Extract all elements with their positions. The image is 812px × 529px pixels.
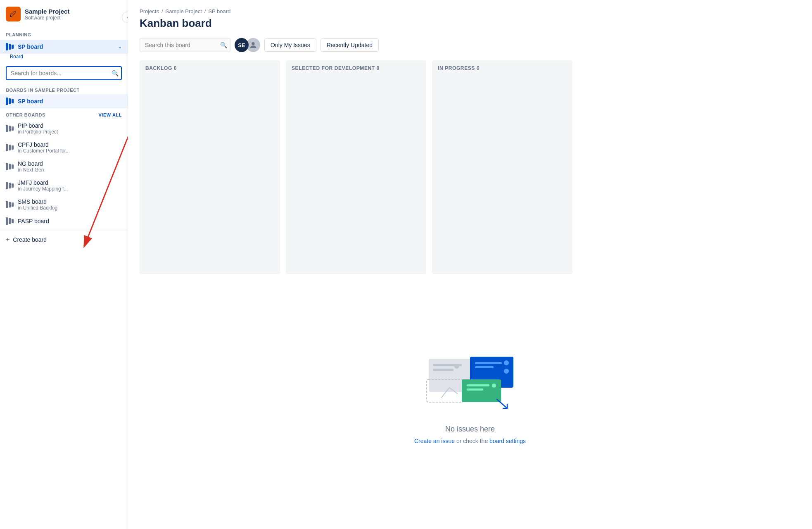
sms-board-item[interactable]: SMS board in Unified Backlog bbox=[0, 195, 128, 214]
svg-rect-13 bbox=[462, 379, 501, 402]
sidebar-header: 🖊 Sample Project Software project bbox=[0, 0, 128, 28]
backlog-column: BACKLOG 0 bbox=[140, 60, 280, 274]
search-boards-container: 🔍 bbox=[0, 63, 128, 83]
jmfj-board-icon bbox=[6, 182, 14, 189]
search-boards-wrapper: 🔍 bbox=[6, 66, 122, 80]
sp-board-item[interactable]: SP board bbox=[0, 94, 128, 108]
ng-board-icon bbox=[6, 163, 14, 170]
svg-rect-14 bbox=[467, 384, 489, 386]
svg-point-11 bbox=[504, 360, 509, 365]
empty-state-title: No issues here bbox=[445, 425, 495, 434]
pip-board-icon bbox=[6, 125, 14, 132]
avatar-group: SE bbox=[235, 38, 260, 52]
create-board-label: Create board bbox=[13, 236, 47, 243]
project-type: Software project bbox=[25, 15, 69, 21]
breadcrumb-sep-2: / bbox=[204, 8, 206, 14]
pip-board-sub: in Portfolio Project bbox=[18, 129, 58, 135]
pip-board-info: PIP board in Portfolio Project bbox=[18, 122, 58, 135]
sp-board-name: SP board bbox=[18, 98, 43, 105]
jmfj-board-name: JMFJ board bbox=[18, 179, 68, 186]
only-my-issues-button[interactable]: Only My Issues bbox=[264, 38, 316, 52]
cpfj-board-item[interactable]: CPFJ board in Customer Portal for... bbox=[0, 138, 128, 157]
sms-board-info: SMS board in Unified Backlog bbox=[18, 198, 57, 211]
boards-in-project-header: BOARDS IN SAMPLE PROJECT bbox=[0, 83, 128, 94]
page-title: Kanban board bbox=[140, 17, 800, 30]
pip-board-item[interactable]: PIP board in Portfolio Project bbox=[0, 119, 128, 138]
search-icon: 🔍 bbox=[220, 42, 227, 48]
planning-label: PLANNING bbox=[0, 28, 128, 40]
search-boards-icon: 🔍 bbox=[112, 70, 119, 76]
svg-rect-10 bbox=[475, 366, 494, 368]
breadcrumb-current: SP board bbox=[208, 8, 230, 14]
jmfj-board-info: JMFJ board in Journey Mapping f... bbox=[18, 179, 68, 192]
sms-board-icon bbox=[6, 201, 14, 208]
toolbar: 🔍 SE Only My Issues Recently Updated bbox=[140, 38, 800, 52]
sp-board-label: SP board bbox=[18, 43, 43, 50]
sidebar-divider bbox=[0, 230, 128, 230]
svg-point-2 bbox=[252, 42, 254, 45]
ng-board-info: NG board in Next Gen bbox=[18, 160, 44, 173]
breadcrumb-sample-project[interactable]: Sample Project bbox=[166, 8, 202, 14]
pasp-board-name: PASP board bbox=[18, 218, 49, 224]
pasp-board-icon bbox=[6, 217, 14, 225]
sp-board-icon bbox=[6, 98, 14, 105]
project-info: Sample Project Software project bbox=[25, 8, 69, 21]
breadcrumb: Projects / Sample Project / SP board bbox=[140, 8, 800, 14]
sp-board-nav-item[interactable]: SP board ⌄ bbox=[0, 40, 128, 54]
selected-for-development-column: SELECTED FOR DEVELOPMENT 0 bbox=[286, 60, 426, 274]
ng-board-sub: in Next Gen bbox=[18, 167, 44, 173]
empty-state-illustration bbox=[420, 350, 520, 417]
boards-in-project-label: BOARDS IN SAMPLE PROJECT bbox=[6, 88, 80, 93]
svg-point-6 bbox=[454, 364, 459, 369]
sp-board-info: SP board bbox=[18, 98, 43, 105]
search-board-wrapper: 🔍 bbox=[140, 38, 230, 52]
other-boards-label: OTHER BOARDS bbox=[6, 112, 45, 117]
view-all-button[interactable]: VIEW ALL bbox=[98, 112, 122, 117]
search-boards-input[interactable] bbox=[6, 66, 122, 80]
pasp-board-item[interactable]: PASP board bbox=[0, 214, 128, 228]
svg-point-16 bbox=[492, 384, 496, 388]
svg-rect-5 bbox=[433, 369, 453, 371]
ng-board-name: NG board bbox=[18, 160, 44, 167]
search-board-input[interactable] bbox=[140, 38, 230, 52]
pasp-board-info: PASP board bbox=[18, 218, 49, 224]
jmfj-board-item[interactable]: JMFJ board in Journey Mapping f... bbox=[0, 176, 128, 195]
empty-state: No issues here Create an issue or check … bbox=[140, 274, 800, 521]
pip-board-name: PIP board bbox=[18, 122, 58, 129]
in-progress-header: IN PROGRESS 0 bbox=[438, 65, 567, 71]
selected-for-development-header: SELECTED FOR DEVELOPMENT 0 bbox=[292, 65, 420, 71]
chevron-down-icon: ⌄ bbox=[118, 44, 122, 50]
cpfj-board-icon bbox=[6, 144, 14, 151]
plus-icon: + bbox=[6, 236, 9, 243]
svg-rect-15 bbox=[467, 388, 483, 391]
other-boards-header: OTHER BOARDS VIEW ALL bbox=[0, 108, 128, 119]
ng-board-item[interactable]: NG board in Next Gen bbox=[0, 157, 128, 176]
jmfj-board-sub: in Journey Mapping f... bbox=[18, 186, 68, 192]
project-name: Sample Project bbox=[25, 8, 69, 15]
create-board-button[interactable]: + Create board bbox=[0, 232, 128, 248]
main-content: Projects / Sample Project / SP board Kan… bbox=[128, 0, 812, 529]
sms-board-name: SMS board bbox=[18, 198, 57, 205]
avatar-se[interactable]: SE bbox=[235, 38, 249, 52]
board-settings-link[interactable]: board settings bbox=[489, 438, 526, 444]
project-icon: 🖊 bbox=[6, 7, 21, 21]
cpfj-board-info: CPFJ board in Customer Portal for... bbox=[18, 141, 70, 154]
backlog-header: BACKLOG 0 bbox=[145, 65, 274, 71]
sms-board-sub: in Unified Backlog bbox=[18, 205, 57, 211]
in-progress-column: IN PROGRESS 0 bbox=[432, 60, 572, 274]
sidebar-scroll: PLANNING SP board ⌄ Board 🔍 BOARDS IN SA… bbox=[0, 28, 128, 529]
cpfj-board-sub: in Customer Portal for... bbox=[18, 148, 70, 154]
svg-point-12 bbox=[504, 369, 509, 374]
svg-rect-9 bbox=[475, 362, 502, 364]
empty-state-subtext: Create an issue or check the board setti… bbox=[414, 438, 526, 444]
breadcrumb-sep-1: / bbox=[161, 8, 163, 14]
empty-state-middle-text: or check the bbox=[455, 438, 489, 444]
board-sub-label: Board bbox=[0, 54, 128, 63]
board-columns: BACKLOG 0 SELECTED FOR DEVELOPMENT 0 IN … bbox=[140, 60, 800, 274]
breadcrumb-projects[interactable]: Projects bbox=[140, 8, 159, 14]
cpfj-board-name: CPFJ board bbox=[18, 141, 70, 148]
board-nav-icon bbox=[6, 43, 14, 50]
create-issue-link[interactable]: Create an issue bbox=[414, 438, 455, 444]
recently-updated-button[interactable]: Recently Updated bbox=[321, 38, 379, 52]
sidebar: 🖊 Sample Project Software project ‹ PLAN… bbox=[0, 0, 128, 529]
